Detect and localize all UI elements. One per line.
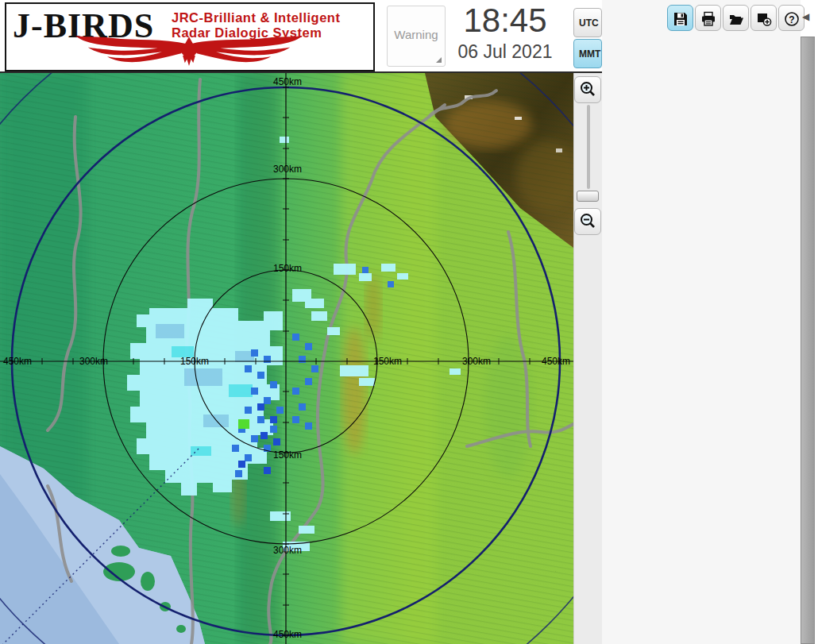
ring-label: 150km <box>273 263 302 274</box>
open-folder-icon <box>728 11 744 27</box>
jbirds-window: J-BIRDS JRC-Brilliant & Intelligent Rada… <box>0 0 818 644</box>
save-button[interactable] <box>667 5 693 31</box>
app-logo: J-BIRDS JRC-Brilliant & Intelligent Rada… <box>5 2 375 71</box>
ring-label: 450km <box>542 356 570 367</box>
save-icon <box>673 11 689 27</box>
radar-map[interactable]: 450km 300km 150km 150km 300km 450km 450k… <box>0 73 573 644</box>
logo-subtitle-1: JRC-Brilliant & Intelligent <box>172 10 340 25</box>
ring-label: 150km <box>273 449 302 461</box>
eagle-logo-icon <box>14 36 364 69</box>
ring-label: 450km <box>273 76 302 87</box>
open-file-button[interactable] <box>723 5 749 31</box>
utc-toggle-button[interactable]: UTC <box>573 8 602 37</box>
clock-time: 18:45 <box>442 2 569 40</box>
ring-label: 300km <box>273 164 302 175</box>
clock-date: 06 Jul 2021 <box>435 41 575 63</box>
mmt-toggle-button[interactable]: MMT <box>573 39 602 68</box>
ring-label: 300km <box>79 356 108 367</box>
svg-text:?: ? <box>789 13 794 25</box>
zoom-out-button[interactable] <box>574 208 601 235</box>
panel-scrollbar[interactable] <box>801 37 815 644</box>
ring-label: 450km <box>3 356 32 367</box>
radar-map-area[interactable]: 450km 300km 150km 150km 300km 450km 450k… <box>0 73 573 644</box>
print-button[interactable] <box>695 5 721 31</box>
add-image-button[interactable] <box>750 5 777 31</box>
add-image-icon <box>756 11 772 27</box>
help-button[interactable]: ? <box>778 5 804 31</box>
ring-label: 150km <box>373 356 402 367</box>
help-icon: ? <box>784 11 800 27</box>
collapse-panel-arrow-icon[interactable]: ◀ <box>802 11 809 22</box>
zoom-out-icon <box>579 212 596 229</box>
printer-icon <box>700 11 716 27</box>
control-panel: ? Myanmar DMH Range 450 km Selection Man… <box>602 0 801 644</box>
ring-label: 450km <box>273 629 302 640</box>
zoom-slider-handle[interactable] <box>577 191 599 202</box>
ring-label: 300km <box>462 356 491 367</box>
ring-label: 300km <box>273 545 302 556</box>
zoom-slider-track[interactable] <box>587 105 590 189</box>
ring-label: 150km <box>180 356 209 367</box>
zoom-in-button[interactable] <box>574 76 601 103</box>
zoom-in-icon <box>579 80 596 98</box>
header-bar: J-BIRDS JRC-Brilliant & Intelligent Rada… <box>0 0 602 73</box>
